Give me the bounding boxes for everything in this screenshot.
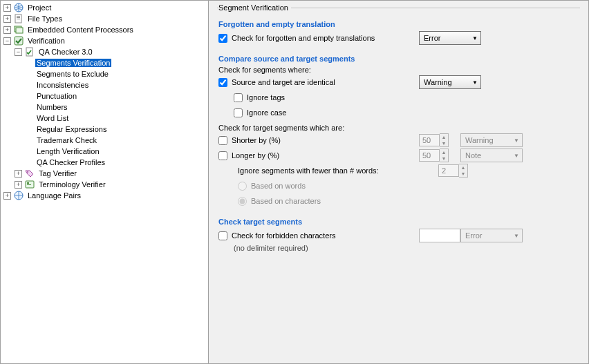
expand-icon[interactable]: + — [3, 15, 11, 23]
dropdown-value: Warning — [424, 78, 452, 86]
segment-verification-group: Segment Verification Forgotten and empty… — [217, 3, 580, 252]
no-delimiter-label: (no delimiter required) — [234, 244, 579, 252]
term-icon — [24, 179, 35, 190]
ignore-case-label: Ignore case — [247, 108, 286, 117]
based-on-words-radio[interactable] — [238, 182, 247, 191]
tree-node-tag-verifier[interactable]: + Tag Verifier — [13, 168, 208, 179]
globe-icon — [13, 190, 24, 201]
tree-node-project[interactable]: + Project — [2, 2, 208, 13]
spin-up-icon[interactable]: ▲ — [440, 134, 448, 140]
check-icon — [13, 35, 24, 46]
svg-rect-6 — [16, 28, 23, 33]
tree-label: Segments Verification — [35, 59, 111, 67]
section-check-target: Check target segments — [218, 218, 579, 226]
tree-label: QA Checker 3.0 — [37, 48, 94, 56]
tree-label: Regular Expressions — [35, 125, 109, 133]
tree-node-language-pairs[interactable]: + Language Pairs — [2, 190, 208, 201]
shorter-label: Shorter by (%) — [232, 136, 281, 144]
tree-node-qa-profiles[interactable]: QA Checker Profiles — [24, 157, 208, 168]
svg-rect-3 — [17, 17, 20, 18]
check-forgotten-checkbox[interactable] — [218, 34, 227, 43]
spin-down-icon[interactable]: ▼ — [440, 155, 448, 162]
forbidden-chars-input[interactable] — [419, 229, 460, 242]
tree-node-term-verifier[interactable]: + Terminology Verifier — [13, 179, 208, 190]
fewer-words-spinner[interactable]: ▲▼ — [438, 164, 468, 178]
tree-label: Numbers — [35, 103, 69, 111]
check-doc-icon — [24, 46, 35, 57]
tree-label: Inconsistencies — [35, 81, 90, 89]
tree-node-ecp[interactable]: + Embedded Content Processors — [2, 24, 208, 35]
chevron-down-icon: ▼ — [514, 153, 519, 159]
svg-point-9 — [27, 171, 28, 173]
tree-node-punctuation[interactable]: Punctuation — [24, 90, 208, 102]
tree-label: Verification — [26, 37, 66, 45]
section-compare: Compare source and target segments — [218, 55, 579, 63]
longer-severity-dropdown[interactable]: Note ▼ — [460, 149, 523, 162]
fewer-words-input[interactable] — [438, 164, 459, 177]
dropdown-value: Error — [424, 34, 440, 42]
tree-node-verification[interactable]: − Verification — [2, 35, 208, 46]
longer-checkbox[interactable] — [218, 151, 227, 160]
ignore-case-checkbox[interactable] — [234, 108, 243, 117]
shorter-severity-dropdown[interactable]: Warning ▼ — [460, 133, 523, 147]
expand-icon[interactable]: + — [3, 192, 11, 200]
chevron-down-icon: ▼ — [472, 35, 478, 41]
tree-node-regex[interactable]: Regular Expressions — [24, 124, 208, 135]
based-on-chars-label: Based on characters — [251, 197, 321, 205]
based-on-chars-radio[interactable] — [238, 197, 247, 206]
shorter-percent-spinner[interactable]: ▲▼ — [419, 133, 449, 147]
identical-checkbox[interactable] — [218, 78, 227, 87]
identical-label: Source and target are identical — [232, 78, 335, 86]
forgotten-severity-dropdown[interactable]: Error ▼ — [419, 31, 481, 45]
tree-node-length-verification[interactable]: Length Verification — [24, 146, 208, 157]
spin-down-icon[interactable]: ▼ — [459, 171, 467, 177]
ignore-tags-checkbox[interactable] — [234, 93, 243, 102]
svg-rect-11 — [27, 182, 29, 184]
forbidden-severity-dropdown[interactable]: Error ▼ — [460, 229, 523, 242]
spin-up-icon[interactable]: ▲ — [459, 164, 467, 171]
dropdown-value: Warning — [465, 136, 494, 144]
forbidden-chars-label: Check for forbidden characters — [232, 231, 335, 240]
tree-node-qa-checker[interactable]: − QA Checker 3.0 — [13, 46, 208, 57]
expand-icon[interactable]: + — [15, 181, 22, 189]
tree-node-wordlist[interactable]: Word List — [24, 113, 208, 124]
tree-node-trademark[interactable]: Trademark Check — [24, 135, 208, 146]
tree-node-file-types[interactable]: + File Types — [2, 13, 208, 24]
tree-label: Trademark Check — [35, 136, 98, 144]
spacer-icon — [26, 82, 33, 89]
stack-icon — [13, 24, 24, 35]
tree-label: File Types — [26, 15, 64, 23]
expand-icon[interactable]: + — [3, 4, 11, 12]
chevron-down-icon: ▼ — [472, 79, 478, 86]
spacer-icon — [26, 59, 33, 67]
shorter-percent-input[interactable] — [419, 134, 440, 146]
tree-node-numbers[interactable]: Numbers — [24, 102, 208, 113]
tree-label: Terminology Verifier — [37, 180, 107, 189]
tree-label: Tag Verifier — [37, 169, 78, 178]
based-on-words-label: Based on words — [251, 182, 306, 190]
tree-node-seg-exclude[interactable]: Segments to Exclude — [24, 68, 208, 79]
expand-icon[interactable]: + — [15, 170, 22, 178]
page-icon — [13, 13, 24, 24]
ignore-fewer-label: Ignore segments with fewer than # words: — [238, 166, 379, 175]
ignore-tags-label: Ignore tags — [247, 93, 285, 102]
tree-label: Language Pairs — [26, 191, 82, 200]
collapse-icon[interactable]: − — [15, 48, 22, 56]
svg-rect-12 — [27, 184, 31, 185]
longer-percent-spinner[interactable]: ▲▼ — [419, 149, 449, 162]
longer-percent-input[interactable] — [419, 149, 440, 162]
spin-down-icon[interactable]: ▼ — [440, 140, 448, 146]
identical-severity-dropdown[interactable]: Warning ▼ — [419, 75, 481, 89]
spacer-icon — [26, 159, 33, 166]
tree-view[interactable]: + Project + File Types + — [0, 0, 209, 364]
expand-icon[interactable]: + — [3, 26, 11, 34]
tree-node-inconsistencies[interactable]: Inconsistencies — [24, 79, 208, 90]
spacer-icon — [26, 70, 33, 78]
collapse-icon[interactable]: − — [3, 37, 11, 45]
tree-node-seg-verification[interactable]: Segments Verification — [24, 57, 208, 68]
chevron-down-icon: ▼ — [514, 137, 519, 144]
check-target-which-label: Check for target segments which are: — [218, 124, 579, 132]
spin-up-icon[interactable]: ▲ — [440, 149, 448, 155]
forbidden-chars-checkbox[interactable] — [218, 231, 227, 240]
shorter-checkbox[interactable] — [218, 136, 227, 145]
